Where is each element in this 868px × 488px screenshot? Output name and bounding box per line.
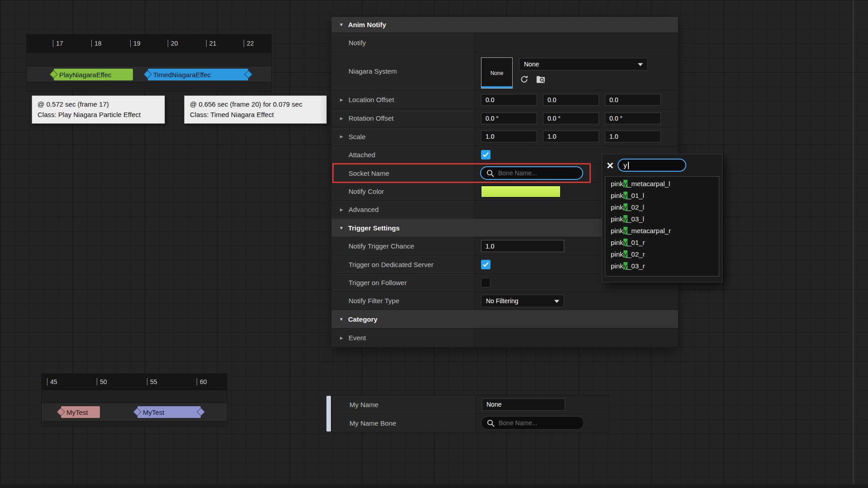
socket-name-search-input[interactable]: Bone Name... <box>480 166 583 180</box>
bone-search-query: y <box>623 161 627 169</box>
frame-tick: 60 <box>197 378 207 385</box>
browse-to-asset-icon[interactable] <box>535 74 546 84</box>
scale-x-field[interactable]: 1.0 <box>481 131 537 142</box>
chevron-down-icon[interactable]: ▼ <box>339 317 344 322</box>
timeline-ruler-top[interactable]: 17 18 19 20 21 22 <box>27 34 271 52</box>
frame-tick: 17 <box>53 40 63 47</box>
notify-track-top: 17 18 19 20 21 22 PlayNiagaraEffec Timed… <box>27 34 271 91</box>
use-selected-asset-icon[interactable] <box>519 74 529 84</box>
rotation-offset-z-field[interactable]: 0.0 ° <box>605 113 661 124</box>
notify-timed-niagara-effect[interactable]: TimedNiagaraEffec <box>148 69 248 80</box>
notify-label: TimedNiagaraEffec <box>153 71 211 79</box>
bone-suggestion-item[interactable]: pinky_03_r <box>605 260 719 272</box>
bone-search-input[interactable]: y <box>618 159 686 172</box>
row-label: Notify Filter Type <box>349 297 399 305</box>
row-notify-filter-type[interactable]: Notify Filter Type No Filtering ▼ <box>331 292 678 310</box>
tooltip-class-line: Class: Play Niagara Particle Effect <box>38 110 159 120</box>
timeline-ruler-bottom[interactable]: 45 50 55 60 <box>42 374 227 390</box>
tooltip-time-line: @ 0.572 sec (frame 17) <box>38 99 159 110</box>
expander-icon[interactable]: ▶ <box>340 207 343 212</box>
notify-mytest-b[interactable]: MyTest <box>137 406 201 418</box>
scale-z-field[interactable]: 1.0 <box>605 131 661 142</box>
dropdown-value: None <box>524 61 539 68</box>
rotation-offset-y-field[interactable]: 0.0 ° <box>543 113 599 124</box>
row-label: Niagara System <box>349 67 397 75</box>
attached-checkbox[interactable] <box>481 150 491 160</box>
expander-icon[interactable]: ▶ <box>340 336 343 340</box>
notify-lane-top: PlayNiagaraEffec TimedNiagaraEffec <box>27 52 271 91</box>
details-panel-bottom: My Name None My Name Bone Bone Name... <box>332 395 609 432</box>
row-label: Trigger on Follower <box>349 279 407 286</box>
row-label: Event <box>349 334 366 342</box>
bone-suggestion-item[interactable]: pinky_metacarpal_r <box>605 225 719 237</box>
row-event[interactable]: ▶ Event <box>331 328 678 347</box>
notify-filter-type-dropdown[interactable]: No Filtering ▼ <box>481 295 564 307</box>
row-label: Rotation Offset <box>349 114 394 122</box>
row-label: Trigger on Dedicated Server <box>349 261 434 268</box>
section-header-category[interactable]: ▼ Category <box>331 310 678 328</box>
my-name-field[interactable]: None <box>482 399 565 411</box>
frame-tick: 21 <box>206 40 217 47</box>
my-name-bone-search-input[interactable]: Bone Name... <box>481 416 584 430</box>
section-title: Category <box>348 315 377 323</box>
section-header-anim-notify[interactable]: ▼ Anim Notify <box>331 17 678 33</box>
trigger-on-dedicated-server-checkbox[interactable] <box>481 260 491 269</box>
chevron-down-icon[interactable]: ▼ <box>339 225 344 230</box>
row-location-offset[interactable]: ▶ Location Offset 0.0 0.0 0.0 <box>331 90 678 109</box>
search-icon <box>486 169 494 177</box>
bottom-edge-strip <box>0 484 868 488</box>
bone-suggestion-item[interactable]: pinky_03_l <box>605 213 719 225</box>
chevron-down-icon: ▼ <box>552 298 561 304</box>
notify-tooltip-play: @ 0.572 sec (frame 17) Class: Play Niaga… <box>32 95 165 124</box>
asset-thumbnail-label: None <box>491 70 504 76</box>
row-label: Notify Trigger Chance <box>349 242 414 250</box>
expander-icon[interactable]: ▶ <box>340 116 343 121</box>
bone-suggestion-item[interactable]: pinky_02_l <box>605 202 719 213</box>
chevron-down-icon[interactable]: ▼ <box>339 22 344 27</box>
notify-label: PlayNiagaraEffec <box>59 71 112 79</box>
row-label: Socket Name <box>349 169 389 177</box>
row-label: My Name Bone <box>349 419 396 427</box>
row-my-name[interactable]: My Name None <box>332 395 609 414</box>
expander-icon[interactable]: ▶ <box>340 134 343 139</box>
bone-suggestion-item[interactable]: pinky_01_r <box>605 237 719 249</box>
selection-accent-bar <box>326 396 331 432</box>
bone-suggestion-item[interactable]: pinky_metacarpal_l <box>605 178 719 190</box>
scale-y-field[interactable]: 1.0 <box>543 131 599 142</box>
frame-tick: 18 <box>91 40 102 47</box>
row-label: My Name <box>349 401 378 408</box>
panel-edge-divider <box>853 0 854 488</box>
notify-play-niagara-effect[interactable]: PlayNiagaraEffec <box>54 69 133 80</box>
notify-mytest-a[interactable]: MyTest <box>61 406 100 418</box>
location-offset-y-field[interactable]: 0.0 <box>543 94 599 106</box>
notify-color-swatch[interactable] <box>481 186 561 197</box>
notify-value-empty <box>474 33 678 52</box>
notify-lane-bottom: MyTest MyTest <box>42 390 227 426</box>
frame-tick: 22 <box>244 40 254 47</box>
frame-tick: 19 <box>130 40 141 47</box>
frame-tick: 50 <box>97 378 107 385</box>
frame-tick: 45 <box>47 378 57 385</box>
row-my-name-bone[interactable]: My Name Bone Bone Name... <box>332 414 609 432</box>
row-label: Advanced <box>349 206 379 213</box>
location-offset-z-field[interactable]: 0.0 <box>605 94 661 106</box>
row-label: Location Offset <box>349 96 394 103</box>
row-niagara-system[interactable]: Niagara System None None ▼ <box>331 52 678 90</box>
chevron-down-icon: ▼ <box>636 61 645 67</box>
close-icon[interactable]: × <box>607 161 613 170</box>
section-title: Anim Notify <box>348 21 386 28</box>
row-scale[interactable]: ▶ Scale 1.0 1.0 1.0 <box>331 127 678 146</box>
expander-icon[interactable]: ▶ <box>340 98 343 102</box>
row-notify[interactable]: Notify <box>331 33 678 52</box>
niagara-system-dropdown[interactable]: None ▼ <box>519 58 648 70</box>
bone-suggestion-item[interactable]: pinky_01_l <box>605 190 719 202</box>
rotation-offset-x-field[interactable]: 0.0 ° <box>481 113 537 124</box>
row-rotation-offset[interactable]: ▶ Rotation Offset 0.0 ° 0.0 ° 0.0 ° <box>331 109 678 127</box>
tooltip-class-line: Class: Timed Niagara Effect <box>190 110 321 120</box>
notify-trigger-chance-field[interactable]: 1.0 <box>481 240 564 252</box>
location-offset-x-field[interactable]: 0.0 <box>481 94 537 106</box>
trigger-on-follower-checkbox[interactable] <box>481 278 491 287</box>
notify-tooltip-timed: @ 0.656 sec (frame 20) for 0.079 sec Cla… <box>184 95 327 124</box>
bone-suggestion-item[interactable]: pinky_02_r <box>605 249 719 260</box>
asset-thumbnail[interactable]: None <box>481 57 513 89</box>
